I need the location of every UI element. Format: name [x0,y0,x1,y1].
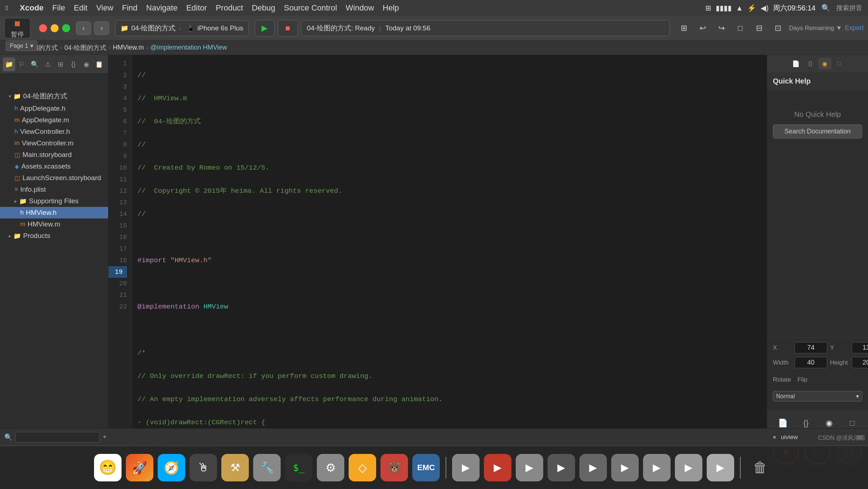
menu-source-control[interactable]: Source Control [284,3,337,13]
dock-item-app5[interactable]: ▶ [548,454,575,481]
dock-item-finder[interactable]: 😁 [94,454,122,481]
inspector-tab-class[interactable]: {} [804,58,817,69]
layout-btn-5[interactable]: ⊟ [751,21,767,35]
close-button[interactable] [39,24,47,32]
menu-help[interactable]: Help [383,3,399,13]
menu-window[interactable]: Window [346,3,374,13]
plist-icon: ≡ [14,186,18,193]
tree-item-plist[interactable]: ≡ Info.plist [0,184,108,195]
menu-find[interactable]: Find [122,3,137,13]
x-input[interactable] [795,342,827,353]
tree-item-hmview-h[interactable]: h HMView.h [0,207,108,218]
dock-item-safari[interactable]: 🧭 [158,454,185,481]
tree-item-supporting[interactable]: ▸ 📁 Supporting Files [0,195,108,207]
menu-editor[interactable]: Editor [186,3,207,13]
add-file-button[interactable]: + [103,431,107,444]
dock-item-app1[interactable]: ⚒ [221,454,249,481]
x-label: X [773,344,795,352]
stop-button[interactable]: ■ [278,20,298,37]
pause-stop-button[interactable]: ■ 暂停 [4,18,30,38]
menu-xcode[interactable]: Xcode [20,3,44,13]
mode-inspector: Normal ▾ [767,386,868,406]
tree-item-viewcontroller-m[interactable]: m ViewController.m [0,137,108,149]
breadcrumb-file[interactable]: HMView.m [113,44,144,51]
menu-product[interactable]: Product [216,3,243,13]
inspector-tab-square[interactable]: □ [833,58,846,69]
dock-item-app6[interactable]: ▶ [579,454,607,481]
dock-item-app2[interactable]: ▶ [452,454,480,481]
nav-tab-log[interactable]: 📋 [93,58,105,71]
minimize-button[interactable] [51,24,59,32]
mode-dropdown[interactable]: Normal ▾ [773,391,862,401]
dock-item-app7[interactable]: ▶ [611,454,639,481]
nav-forward-button[interactable]: › [94,21,109,35]
apple-menu[interactable]:  [6,4,8,12]
dock-item-terminal[interactable]: $_ [285,454,312,481]
nav-tab-source[interactable]: ⚐ [16,58,28,71]
tree-item-hmview-m[interactable]: m HMView.m [0,218,108,230]
file-icon: h [14,105,18,112]
layout-btn-4[interactable]: □ [732,21,749,35]
layout-btn-3[interactable]: ↪ [713,21,730,35]
menu-navigate[interactable]: Navigate [146,3,178,13]
height-input[interactable] [852,357,868,368]
layout-btn-2[interactable]: ↩ [694,21,711,35]
dock-item-app8[interactable]: ▶ [643,454,671,481]
tree-item-appdelegate-h[interactable]: h AppDelegate.h [0,103,108,114]
export-button[interactable]: Export [845,24,864,32]
tree-label: HMView.m [27,220,60,228]
menu-edit[interactable]: Edit [74,3,88,13]
tree-item-appdelegate-m[interactable]: m AppDelegate.m [0,114,108,126]
dock-item-emc[interactable]: EMC [412,454,440,481]
breadcrumb-symbol[interactable]: @implementation HMView [150,44,227,51]
nav-tab-breakpoints[interactable]: ◉ [80,58,93,71]
inspector-tab-file[interactable]: 📄 [790,58,803,69]
menu-file[interactable]: File [52,3,65,13]
width-input[interactable] [795,357,827,368]
nav-tab-debug[interactable]: {} [67,58,80,71]
flip-label: Flip [797,376,819,383]
nav-tab-folder[interactable]: 📁 [3,58,15,71]
sidebar-search-input[interactable] [15,432,100,443]
tree-item-mainstoryboard[interactable]: ◫ Main.storyboard [0,149,108,161]
nav-tab-tests[interactable]: ⊞ [55,58,67,71]
menu-view[interactable]: View [96,3,113,13]
code-editor[interactable]: 1 2 3 4 5 6 7 8 9 10 11 12 13 14 15 16 1… [109,55,767,467]
layout-btn-1[interactable]: ⊞ [676,21,692,35]
dock-separator-2 [740,457,741,479]
tree-label: Products [23,232,50,240]
y-input[interactable] [852,342,868,353]
tree-item-root[interactable]: ▾ 📁 04-绘图的方式 [0,90,108,103]
tree-item-viewcontroller-h[interactable]: h ViewController.h [0,126,108,137]
dock-item-tool[interactable]: 🔧 [253,454,281,481]
dock-item-sysprefs[interactable]: ⚙ [317,454,344,481]
dock-item-app10[interactable]: ▶ [707,454,734,481]
layout-btn-6[interactable]: ⊡ [770,21,786,35]
dock-item-trash[interactable]: 🗑 [746,454,774,481]
dock-item-app4[interactable]: ▶ [516,454,543,481]
tree-label: ViewController.h [20,128,70,136]
search-icon[interactable]: 🔍 [821,4,830,12]
dock-item-app9[interactable]: ▶ [675,454,702,481]
maximize-button[interactable] [62,24,70,32]
navigator-tabs: 📁 ⚐ 🔍 ⚠ ⊞ {} ◉ 📋 [0,55,108,74]
dock-item-mouse[interactable]: 🖱 [190,454,217,481]
tree-item-launchscreen[interactable]: ◫ LaunchScreen.storyboard [0,172,108,184]
nav-tab-issues[interactable]: ⚠ [42,58,54,71]
dock-item-bear[interactable]: 🐻 [380,454,408,481]
run-button[interactable]: ▶ [255,20,275,37]
tree-item-assets[interactable]: ◈ Assets.xcassets [0,161,108,172]
dock-item-app3[interactable]: ▶ [484,454,511,481]
inspector-tab-circle[interactable]: ◉ [818,58,831,69]
nav-back-button[interactable]: ‹ [76,21,91,35]
dock-item-sketch[interactable]: ◇ [349,454,376,481]
menu-debug[interactable]: Debug [252,3,275,13]
search-documentation-button[interactable]: Search Documentation [773,124,862,139]
dock-item-launchpad[interactable]: 🚀 [126,454,153,481]
scheme-selector[interactable]: 📁 04-绘图的方式 › 📱 iPhone 6s Plus [115,20,249,36]
file-h-icon: h [20,209,24,216]
nav-tab-search[interactable]: 🔍 [29,58,41,71]
breadcrumb-item-2[interactable]: 04-绘图的方式 [64,43,106,52]
code-area[interactable]: // // HMView.m // 04-绘图的方式 // // Created… [132,55,767,467]
tree-item-products[interactable]: ▸ 📁 Products [0,230,108,242]
